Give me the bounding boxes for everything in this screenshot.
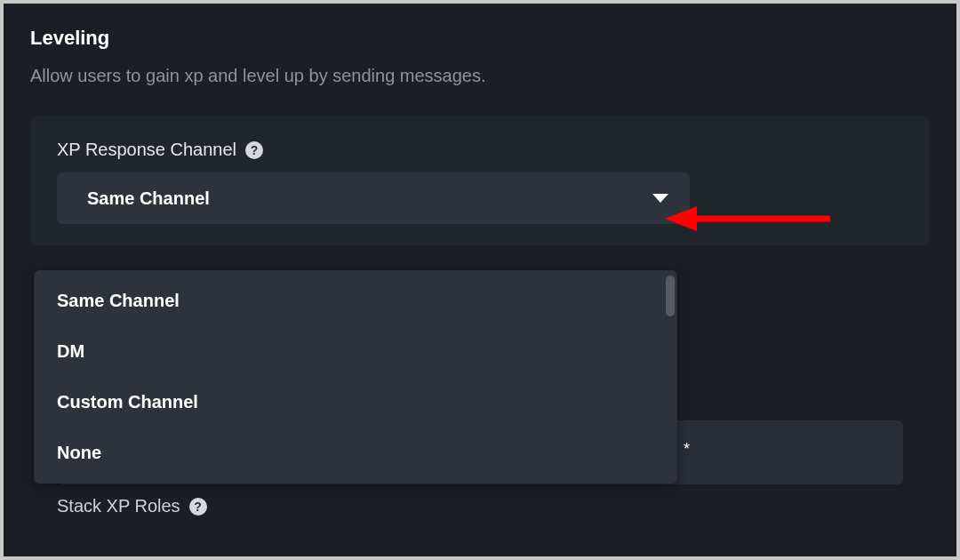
dropdown-option-same-channel[interactable]: Same Channel <box>34 276 677 326</box>
xp-response-channel-selected-value: Same Channel <box>87 188 210 209</box>
dropdown-option-dm[interactable]: DM <box>34 326 677 377</box>
xp-response-channel-label-text: XP Response Channel <box>57 140 236 160</box>
asterisk-icon: * <box>684 440 690 459</box>
chevron-down-icon <box>652 194 668 203</box>
dropdown-scrollbar[interactable] <box>666 276 675 316</box>
settings-frame: Leveling Allow users to gain xp and leve… <box>4 4 956 556</box>
section-title: Leveling <box>30 27 930 50</box>
xp-response-channel-select[interactable]: Same Channel <box>57 172 690 224</box>
section-description: Allow users to gain xp and level up by s… <box>30 66 930 86</box>
stack-xp-roles-label-text: Stack XP Roles <box>57 496 180 516</box>
dropdown-option-none[interactable]: None <box>34 428 677 478</box>
help-icon[interactable]: ? <box>245 141 263 159</box>
leveling-panel: XP Response Channel ? Same Channel * <box>30 116 930 245</box>
help-icon[interactable]: ? <box>189 498 207 516</box>
stack-xp-roles-label: Stack XP Roles ? <box>57 496 207 516</box>
xp-response-channel-dropdown: Same Channel DM Custom Channel None <box>34 270 677 484</box>
dropdown-option-custom-channel[interactable]: Custom Channel <box>34 377 677 428</box>
xp-response-channel-label: XP Response Channel ? <box>57 140 903 160</box>
